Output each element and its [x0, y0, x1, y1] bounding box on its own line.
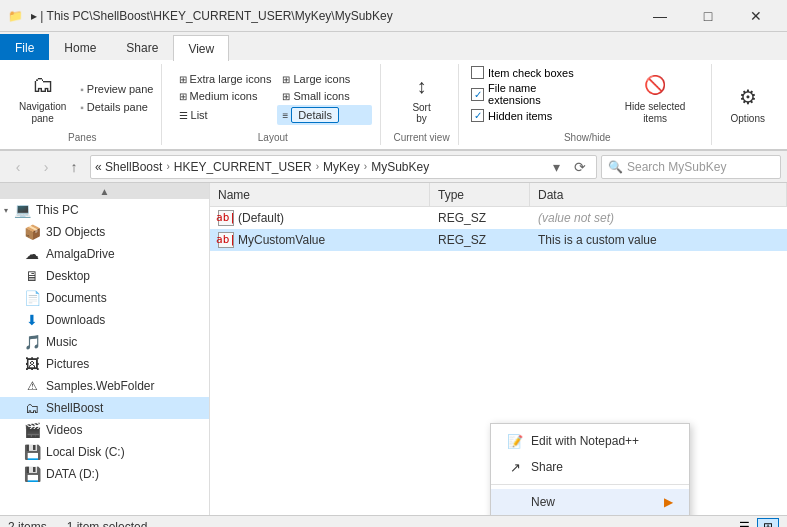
- search-bar[interactable]: 🔍 Search MySubKey: [601, 155, 781, 179]
- sort-by-button[interactable]: ↕ Sortby: [398, 67, 446, 129]
- amalgadrive-icon: ☁: [24, 246, 40, 262]
- ctx-share-label: Share: [531, 460, 563, 474]
- back-button[interactable]: ‹: [6, 155, 30, 179]
- tab-file[interactable]: File: [0, 34, 49, 60]
- sidebar-item-downloads[interactable]: ⬇ Downloads: [0, 309, 209, 331]
- sidebar-item-videos[interactable]: 🎬 Videos: [0, 419, 209, 441]
- preview-pane-button[interactable]: ▪ Preview pane: [75, 81, 158, 97]
- videos-label: Videos: [46, 423, 82, 437]
- details-btn[interactable]: ≡ Details: [277, 105, 372, 125]
- checkboxes-col: Item check boxes File name extensions Hi…: [471, 66, 587, 130]
- ribbon: File Home Share View 🗂 Navigationpane ▪ …: [0, 32, 787, 151]
- forward-button[interactable]: ›: [34, 155, 58, 179]
- sidebar-item-amalgadrive[interactable]: ☁ AmalgaDrive: [0, 243, 209, 265]
- ribbon-group-options: ⚙ Options: [720, 64, 779, 145]
- sidebar-item-local-disk-c[interactable]: 💾 Local Disk (C:): [0, 441, 209, 463]
- ctx-share-left: ↗ Share: [507, 459, 563, 475]
- title-path: ▸ | This PC\ShellBoost\HKEY_CURRENT_USER…: [23, 9, 637, 23]
- layout-content: ⊞ Extra large icons ⊞ Large icons ⊞ Medi…: [174, 66, 373, 130]
- show-hide-content: Item check boxes File name extensions Hi…: [471, 66, 703, 130]
- small-icons-btn[interactable]: ⊞ Small icons: [277, 88, 372, 104]
- item-check-boxes-check: [471, 66, 484, 79]
- downloads-icon: ⬇: [24, 312, 40, 328]
- status-selected: 1 item selected: [67, 520, 148, 528]
- downloads-label: Downloads: [46, 313, 105, 327]
- col-type[interactable]: Type: [430, 183, 530, 206]
- documents-label: Documents: [46, 291, 107, 305]
- sidebar-item-data-d[interactable]: 💾 DATA (D:): [0, 463, 209, 485]
- show-hide-label: Show/hide: [564, 130, 611, 143]
- minimize-button[interactable]: —: [637, 0, 683, 32]
- tab-home[interactable]: Home: [49, 34, 111, 60]
- row2-name: ab| MyCustomValue: [210, 232, 430, 248]
- table-row[interactable]: ab| MyCustomValue REG_SZ This is a custo…: [210, 229, 787, 251]
- sidebar-item-this-pc[interactable]: ▾ 💻 This PC: [0, 199, 209, 221]
- current-view-content: ↕ Sortby: [393, 66, 450, 130]
- list-btn[interactable]: ☰ List: [174, 105, 277, 125]
- close-button[interactable]: ✕: [733, 0, 779, 32]
- tab-share[interactable]: Share: [111, 34, 173, 60]
- sidebar-item-shellboost[interactable]: 🗂 ShellBoost: [0, 397, 209, 419]
- tab-view[interactable]: View: [173, 35, 229, 61]
- details-pane-button[interactable]: ▪ Details pane: [75, 99, 158, 115]
- ctx-edit-notepad-label: Edit with Notepad++: [531, 434, 639, 448]
- col-name[interactable]: Name: [210, 183, 430, 206]
- hide-selected-button[interactable]: 🚫 Hide selected items: [607, 66, 704, 130]
- preview-pane-label: Preview pane: [87, 83, 154, 95]
- search-icon: 🔍: [608, 160, 623, 174]
- up-button[interactable]: ↑: [62, 155, 86, 179]
- extra-large-icons-btn[interactable]: ⊞ Extra large icons: [174, 71, 277, 87]
- details-pane-label: Details pane: [87, 101, 148, 113]
- medium-icon: ⊞: [179, 91, 187, 102]
- sidebar-item-samples[interactable]: ⚠ Samples.WebFolder: [0, 375, 209, 397]
- ribbon-group-panes: 🗂 Navigationpane ▪ Preview pane ▪ Detail…: [8, 64, 162, 145]
- music-label: Music: [46, 335, 77, 349]
- nav-bar: ‹ › ↑ « ShellBoost › HKEY_CURRENT_USER ›…: [0, 151, 787, 183]
- address-dropdown-button[interactable]: ▾: [544, 155, 568, 179]
- bc-sep1: ›: [166, 161, 169, 172]
- options-label: Options: [731, 113, 765, 124]
- status-bar: 2 items 1 item selected ☰ ⊞: [0, 515, 787, 527]
- pane-options: ▪ Preview pane ▪ Details pane: [75, 81, 158, 115]
- ctx-edit-notepad[interactable]: 📝 Edit with Notepad++: [491, 428, 689, 454]
- col-data[interactable]: Data: [530, 183, 787, 206]
- sidebar-item-pictures[interactable]: 🖼 Pictures: [0, 353, 209, 375]
- desktop-label: Desktop: [46, 269, 90, 283]
- file-list-header: Name Type Data: [210, 183, 787, 207]
- music-icon: 🎵: [24, 334, 40, 350]
- address-bar[interactable]: « ShellBoost › HKEY_CURRENT_USER › MyKey…: [90, 155, 597, 179]
- row2-data-text: This is a custom value: [538, 233, 657, 247]
- file-name-extensions-row[interactable]: File name extensions: [471, 82, 587, 106]
- sidebar-item-documents[interactable]: 📄 Documents: [0, 287, 209, 309]
- item-check-boxes-row[interactable]: Item check boxes: [471, 66, 587, 79]
- file-name-extensions-check: [471, 88, 484, 101]
- hidden-items-row[interactable]: Hidden items: [471, 109, 587, 122]
- maximize-button[interactable]: □: [685, 0, 731, 32]
- shellboost-icon: 🗂: [24, 400, 40, 416]
- share-icon: ↗: [507, 459, 523, 475]
- large-icons-btn[interactable]: ⊞ Large icons: [277, 71, 372, 87]
- desktop-icon: 🖥: [24, 268, 40, 284]
- view-details-button[interactable]: ☰: [733, 518, 755, 528]
- table-row[interactable]: ab| (Default) REG_SZ (value not set): [210, 207, 787, 229]
- ctx-new[interactable]: New ▶: [491, 489, 689, 515]
- sort-icon: ↕: [408, 72, 436, 100]
- refresh-button[interactable]: ⟳: [568, 155, 592, 179]
- layout-grid: ⊞ Extra large icons ⊞ Large icons ⊞ Medi…: [174, 71, 373, 125]
- status-count: 2 items: [8, 520, 47, 528]
- options-button[interactable]: ⚙ Options: [724, 78, 772, 129]
- bc-hkcu: HKEY_CURRENT_USER: [174, 160, 312, 174]
- view-large-icons-button[interactable]: ⊞: [757, 518, 779, 528]
- medium-icons-btn[interactable]: ⊞ Medium icons: [174, 88, 277, 104]
- sidebar-item-desktop[interactable]: 🖥 Desktop: [0, 265, 209, 287]
- ctx-share[interactable]: ↗ Share: [491, 454, 689, 480]
- ctx-new-arrow: ▶: [664, 495, 673, 509]
- context-menu: 📝 Edit with Notepad++ ↗ Share New ▶: [490, 423, 690, 515]
- nav-pane-button[interactable]: 🗂 Navigationpane: [12, 66, 73, 130]
- hidden-items-check: [471, 109, 484, 122]
- sidebar-item-3d-objects[interactable]: 📦 3D Objects: [0, 221, 209, 243]
- ribbon-content: 🗂 Navigationpane ▪ Preview pane ▪ Detail…: [0, 60, 787, 150]
- sidebar-item-music[interactable]: 🎵 Music: [0, 331, 209, 353]
- show-hide-inner: Item check boxes File name extensions Hi…: [471, 66, 703, 130]
- sidebar-scroll-up[interactable]: ▲: [0, 183, 209, 199]
